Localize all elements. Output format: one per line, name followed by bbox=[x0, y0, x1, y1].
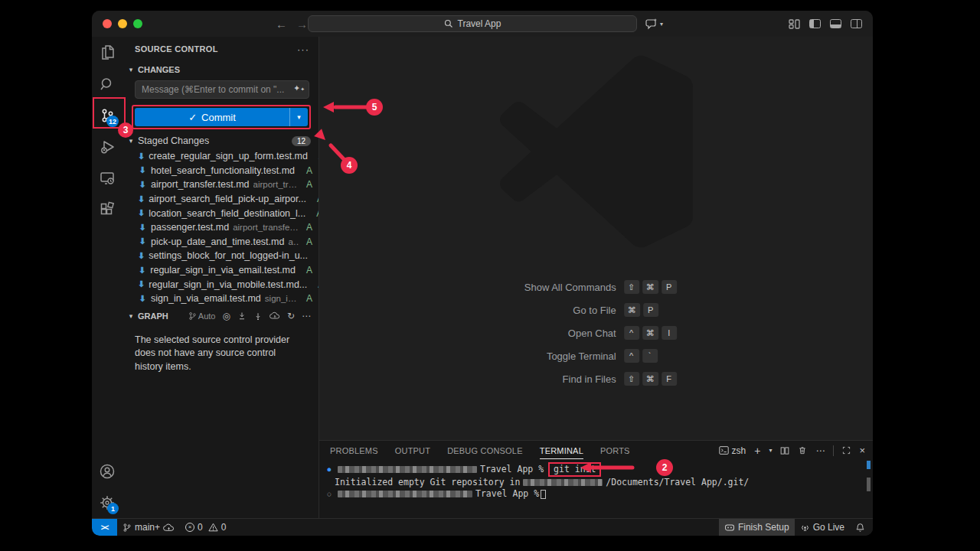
source-control-sidebar: SOURCE CONTROL ··· ▾ CHANGES ✦✦ ✓ Commit… bbox=[122, 37, 319, 518]
customize-layout-icon[interactable] bbox=[789, 19, 800, 29]
file-row[interactable]: ⬇regular_sign_in_via_email.test.mdsi...A bbox=[122, 263, 318, 278]
file-row[interactable]: ⬇location_search_field_destination_l...A bbox=[122, 206, 318, 220]
terminal-panel: PROBLEMSOUTPUTDEBUG CONSOLETERMINALPORTS… bbox=[319, 440, 873, 518]
keycap: ⌘ bbox=[642, 326, 658, 340]
settings-badge: 1 bbox=[107, 503, 119, 514]
refresh-icon[interactable]: ↻ bbox=[287, 311, 295, 321]
shortcut-keys: ^` bbox=[624, 349, 658, 363]
close-window-button[interactable] bbox=[103, 19, 112, 28]
git-status-added: A bbox=[313, 208, 319, 219]
redacted-text bbox=[523, 479, 603, 486]
activity-search[interactable] bbox=[92, 68, 122, 99]
file-row[interactable]: ⬇pick-up_date_and_time.test.mdairp...A bbox=[122, 235, 318, 249]
terminal-cursor bbox=[541, 490, 546, 499]
search-project-label: Travel App bbox=[458, 18, 501, 29]
notifications-button[interactable] bbox=[850, 519, 873, 536]
shortcut-label: Open Chat bbox=[402, 328, 616, 339]
toggle-secondary-sidebar-icon[interactable] bbox=[851, 19, 862, 28]
fetch-icon[interactable] bbox=[237, 311, 247, 321]
pull-icon[interactable] bbox=[253, 311, 263, 321]
staged-file-list: ⬇create_regular_sign_up_form.test.mdA⬇ho… bbox=[122, 149, 318, 306]
file-row[interactable]: ⬇regular_sign_in_via_mobile.test.md...A bbox=[122, 277, 318, 292]
panel-tab-ports[interactable]: PORTS bbox=[600, 441, 630, 460]
file-path-desc: airp... bbox=[288, 237, 299, 246]
activity-extensions[interactable] bbox=[92, 194, 122, 225]
terminal-output[interactable]: ● Travel App % git init Initialized empt… bbox=[319, 460, 873, 500]
vscode-logo-watermark bbox=[500, 55, 693, 248]
toggle-panel-icon[interactable] bbox=[830, 19, 841, 28]
commit-message-input[interactable] bbox=[135, 80, 309, 99]
file-name: settings_block_for_not_logged-in_u... bbox=[149, 250, 308, 261]
graph-section-header[interactable]: ▾ GRAPH Auto ◎ bbox=[122, 308, 318, 324]
keycap: ^ bbox=[624, 326, 639, 340]
shell-session-button[interactable]: zsh bbox=[719, 445, 746, 456]
check-icon: ✓ bbox=[188, 112, 197, 123]
remote-indicator-button[interactable]: >< bbox=[92, 519, 117, 536]
command-center-search[interactable]: Travel App bbox=[308, 15, 637, 32]
panel-tab-terminal[interactable]: TERMINAL bbox=[540, 441, 583, 460]
minimize-window-button[interactable] bbox=[118, 19, 127, 28]
file-row[interactable]: ⬇airport_search_field_pick-up_airpor...A bbox=[122, 192, 318, 207]
activity-run-debug[interactable] bbox=[92, 131, 122, 162]
branch-button[interactable]: main+ bbox=[117, 519, 180, 536]
panel-tab-debug-console[interactable]: DEBUG CONSOLE bbox=[447, 441, 523, 460]
toggle-primary-sidebar-icon[interactable] bbox=[809, 19, 821, 28]
keyboard-shortcuts-list: Show All Commands⇧⌘PGo to File⌘POpen Cha… bbox=[402, 276, 762, 390]
account-icon bbox=[98, 462, 116, 481]
file-row[interactable]: ⬇airport_transfer.test.mdairport_trans..… bbox=[122, 178, 318, 192]
shortcut-label: Go to File bbox=[402, 305, 616, 316]
copilot-chat-icon bbox=[645, 18, 658, 30]
new-terminal-icon[interactable]: + bbox=[754, 445, 760, 457]
file-row[interactable]: ⬇create_regular_sign_up_form.test.mdA bbox=[122, 149, 318, 164]
back-icon[interactable]: ← bbox=[276, 18, 287, 31]
problems-button[interactable]: × 0 0 bbox=[180, 519, 231, 536]
activity-explorer[interactable] bbox=[92, 37, 122, 68]
close-panel-icon[interactable]: × bbox=[859, 445, 865, 456]
file-row[interactable]: ⬇hotel_search_functionality.test.mdA bbox=[122, 164, 318, 178]
staged-changes-header[interactable]: ▾ Staged Changes 12 bbox=[122, 132, 318, 149]
copilot-menu-button[interactable]: ▾ bbox=[645, 18, 663, 30]
keycap: ^ bbox=[624, 349, 639, 363]
graph-empty-message: The selected source control provider doe… bbox=[122, 324, 318, 383]
activity-remote-explorer[interactable] bbox=[92, 162, 122, 194]
vscode-window: ← → Travel App ▾ bbox=[92, 11, 873, 536]
file-row[interactable]: ⬇settings_block_for_not_logged-in_u...A bbox=[122, 249, 318, 263]
broadcast-icon bbox=[800, 523, 810, 533]
markdown-file-icon: ⬇ bbox=[138, 165, 147, 175]
markdown-file-icon: ⬇ bbox=[138, 266, 146, 276]
panel-tab-output[interactable]: OUTPUT bbox=[395, 441, 430, 460]
status-bar: >< main+ × 0 0 bbox=[92, 518, 873, 536]
shortcut-keys: ^⌘I bbox=[624, 326, 677, 340]
changes-section-header[interactable]: ▾ CHANGES bbox=[122, 61, 318, 78]
file-name: regular_sign_in_via_email.test.md bbox=[150, 265, 296, 276]
activity-account[interactable] bbox=[92, 455, 122, 487]
zoom-window-button[interactable] bbox=[133, 19, 142, 28]
split-terminal-icon[interactable] bbox=[780, 446, 789, 455]
file-row[interactable]: ⬇sign_in_via_email.test.mdsign_in_fo...A bbox=[122, 292, 318, 306]
terminal-line: ○ Travel App % bbox=[324, 488, 873, 500]
terminal-scrollbar[interactable] bbox=[867, 478, 871, 491]
file-name: hotel_search_functionality.test.md bbox=[151, 165, 295, 176]
generate-commit-message-icon[interactable]: ✦✦ bbox=[293, 83, 305, 93]
commit-button[interactable]: ✓ Commit ▾ bbox=[135, 108, 308, 126]
more-actions-icon[interactable]: ⋯ bbox=[302, 311, 311, 321]
editor-welcome-area: Show All Commands⇧⌘PGo to File⌘POpen Cha… bbox=[319, 37, 873, 440]
activity-settings[interactable]: 1 bbox=[92, 487, 122, 518]
cloud-icon[interactable] bbox=[270, 311, 280, 320]
commit-dropdown-icon[interactable]: ▾ bbox=[289, 108, 308, 126]
file-row[interactable]: ⬇passenger.test.mdairport_transfer_s...A bbox=[122, 220, 318, 235]
more-actions-icon[interactable]: ⋯ bbox=[815, 445, 825, 456]
maximize-panel-icon[interactable] bbox=[842, 446, 851, 455]
chevron-down-icon[interactable]: ▾ bbox=[769, 447, 772, 454]
shortcut-row: Find in Files⇧⌘F bbox=[402, 367, 762, 390]
panel-tab-problems[interactable]: PROBLEMS bbox=[330, 441, 378, 460]
finish-setup-button[interactable]: Finish Setup bbox=[719, 519, 795, 536]
more-actions-icon[interactable]: ··· bbox=[297, 44, 309, 55]
keycap: ⌘ bbox=[642, 280, 658, 294]
kill-terminal-icon[interactable] bbox=[798, 445, 807, 455]
auto-branch-toggle[interactable]: Auto bbox=[188, 311, 216, 321]
annotation-rect-git-init: git init bbox=[548, 462, 601, 477]
target-icon[interactable]: ◎ bbox=[222, 311, 230, 321]
forward-icon[interactable]: → bbox=[296, 18, 308, 31]
go-live-button[interactable]: Go Live bbox=[795, 519, 850, 536]
